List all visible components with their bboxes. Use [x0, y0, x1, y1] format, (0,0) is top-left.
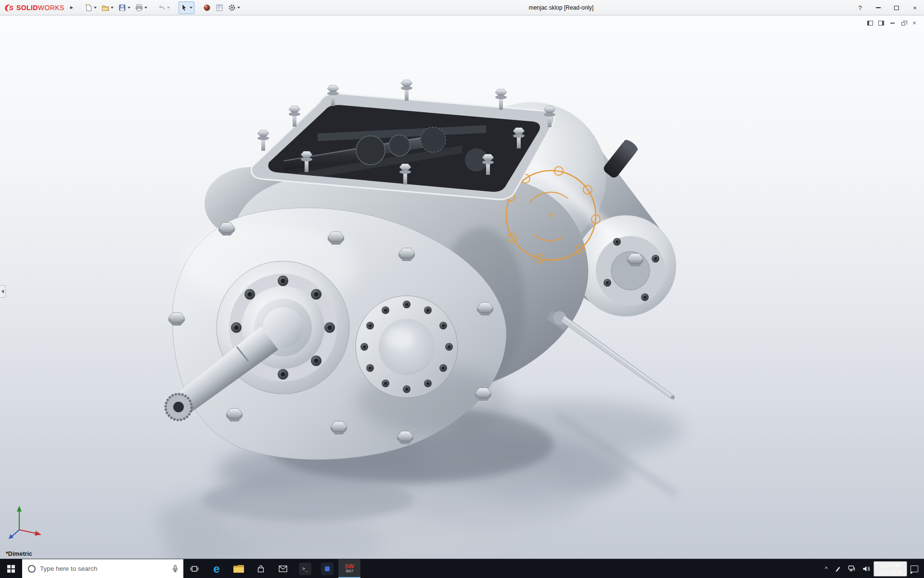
mail-icon [279, 565, 287, 572]
ds-logo-icon: S [4, 3, 14, 12]
graphics-area[interactable]: × *Dimetric [0, 15, 924, 559]
network-icon [848, 565, 856, 572]
edge-browser-button[interactable]: e [205, 559, 228, 578]
store-icon [257, 565, 265, 573]
feature-manager-collapsed-tab[interactable] [0, 285, 6, 298]
action-center-button[interactable] [907, 559, 924, 578]
task-view-icon [190, 565, 199, 573]
open-document-button[interactable] [100, 1, 116, 14]
dropdown-caret-icon[interactable] [237, 7, 240, 9]
volume-icon [862, 565, 870, 572]
pane-right-icon [878, 21, 884, 26]
network-status-button[interactable] [845, 559, 859, 578]
y-axis-icon [17, 506, 22, 512]
pane-right-toggle-button[interactable] [876, 19, 886, 27]
hidden-icons-button[interactable]: ^ [821, 559, 831, 578]
menu-flyout-button[interactable]: ▶ [67, 4, 76, 11]
mail-button[interactable] [272, 559, 294, 578]
minimize-button[interactable] [869, 0, 887, 15]
maximize-button[interactable] [887, 0, 906, 15]
document-title: menjac sklop [Read-only] [529, 0, 594, 15]
volume-button[interactable] [859, 559, 873, 578]
chevron-up-icon: ^ [825, 565, 828, 572]
window-controls: ? × [851, 0, 924, 15]
console-app-button[interactable]: >_ [294, 559, 316, 578]
options-button[interactable] [226, 1, 242, 14]
pinned-app-icon [321, 563, 334, 575]
restore-icon [901, 22, 905, 26]
open-folder-icon [102, 4, 109, 12]
select-tool-button[interactable] [179, 1, 194, 14]
undo-button[interactable] [156, 1, 172, 14]
new-document-icon [85, 4, 92, 12]
action-center-icon [911, 565, 918, 572]
file-explorer-button[interactable] [228, 559, 250, 578]
svg-text:S: S [9, 4, 13, 12]
undo-icon [158, 4, 166, 12]
dropdown-caret-icon[interactable] [167, 7, 170, 9]
pen-icon [834, 565, 841, 572]
clock-date: 7/11/2018 [878, 569, 902, 576]
top-cover[interactable] [251, 80, 555, 199]
save-icon [118, 4, 126, 12]
dropdown-caret-icon[interactable] [190, 7, 192, 9]
view-orientation-label: *Dimetric [6, 551, 32, 557]
pinned-app-button[interactable] [316, 559, 338, 578]
system-tray: ^ 1:04 PM 7/11/2018 [821, 559, 924, 578]
brand-name: SOLIDWORKS [16, 4, 64, 12]
print-icon [135, 4, 143, 12]
microphone-icon[interactable] [172, 565, 179, 573]
clock-time: 1:04 PM [880, 562, 900, 569]
task-view-button[interactable] [183, 559, 205, 578]
document-minimize-button[interactable] [887, 19, 897, 27]
close-button[interactable]: × [906, 0, 924, 15]
new-document-button[interactable] [83, 1, 99, 14]
windows-taskbar: e >_ SW 2017 ^ [0, 559, 924, 578]
cortana-icon[interactable] [28, 565, 36, 573]
solidworks-year-label: 2017 [346, 569, 353, 573]
print-button[interactable] [133, 1, 149, 14]
maximize-icon [894, 6, 899, 10]
appearance-sphere-icon [203, 4, 211, 12]
solidworks-taskbar-button[interactable]: SW 2017 [338, 559, 360, 578]
minimize-icon [876, 7, 881, 8]
store-button[interactable] [250, 559, 272, 578]
start-button[interactable] [0, 559, 22, 578]
windows-logo-icon [7, 565, 15, 573]
document-window-controls: × [865, 19, 919, 27]
3d-viewport-canvas[interactable] [0, 15, 924, 559]
dropdown-caret-icon[interactable] [128, 7, 130, 9]
edge-icon: e [213, 563, 219, 575]
search-input[interactable] [40, 565, 167, 572]
quick-toolbar [83, 0, 242, 15]
select-cursor-icon [180, 4, 188, 12]
titlebar: S SOLIDWORKS ▶ [0, 0, 924, 15]
pane-left-toggle-button[interactable] [865, 19, 875, 27]
solidworks-icon: SW [345, 564, 354, 569]
document-restore-button[interactable] [898, 19, 908, 27]
x-axis-icon [35, 531, 41, 536]
dropdown-caret-icon[interactable] [111, 7, 114, 9]
solidworks-logo: S SOLIDWORKS [0, 0, 67, 15]
gear-icon [228, 4, 236, 12]
document-close-button[interactable]: × [910, 19, 919, 27]
taskbar-search[interactable] [22, 559, 183, 578]
rear-fitting[interactable] [602, 138, 640, 179]
dropdown-caret-icon[interactable] [144, 7, 147, 9]
bearing-bore-ring[interactable] [356, 296, 458, 398]
help-button[interactable]: ? [851, 0, 869, 15]
design-table-icon [216, 4, 223, 12]
orientation-triad[interactable] [8, 500, 46, 541]
file-explorer-icon [233, 565, 244, 573]
edit-appearance-button[interactable] [201, 1, 213, 14]
solidworks-window: S SOLIDWORKS ▶ [0, 0, 924, 578]
save-button[interactable] [116, 1, 132, 14]
output-shaft[interactable] [547, 310, 675, 399]
pane-left-icon [867, 21, 873, 26]
minimize-icon [890, 23, 895, 24]
taskbar-clock[interactable]: 1:04 PM 7/11/2018 [873, 561, 907, 577]
dropdown-caret-icon[interactable] [94, 7, 97, 9]
design-table-button[interactable] [214, 1, 225, 14]
console-icon: >_ [299, 563, 311, 575]
pen-settings-button[interactable] [831, 559, 845, 578]
